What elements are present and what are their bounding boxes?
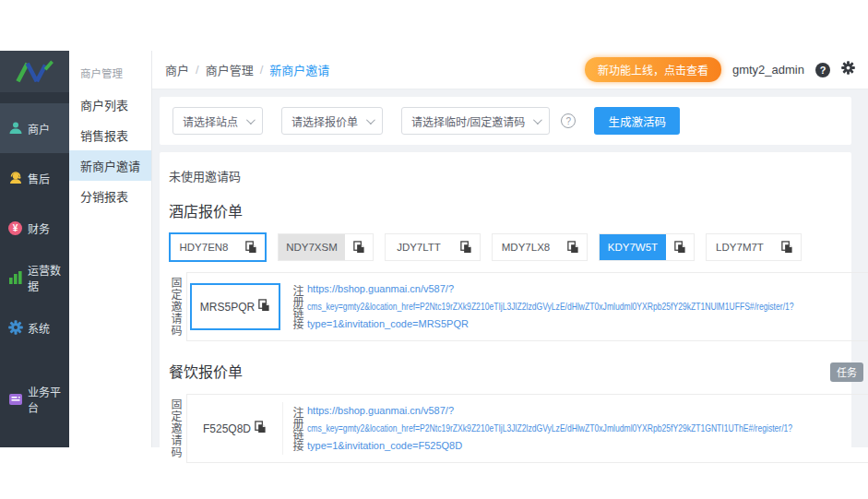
sidebar-item-label: 运营数据 xyxy=(28,262,69,293)
fixed-invite-code: MRS5PQR xyxy=(200,301,255,314)
invite-code-chip[interactable]: JDY7LTT xyxy=(385,233,481,261)
invite-code-chips: HDY7EN8 NDY7XSM JDY7LTT MDY7LX8 xyxy=(169,233,848,261)
sidebar-item-finance[interactable]: ¥ 财务 xyxy=(0,203,69,253)
invite-code-chip[interactable]: MDY7LX8 xyxy=(492,233,588,261)
fixed-code-label: 固定邀请码 xyxy=(169,398,182,458)
invite-code: LDY7M7T xyxy=(707,234,773,260)
chevron-down-icon xyxy=(366,115,375,125)
sidebar-item-system[interactable]: 系统 xyxy=(0,303,69,352)
logo[interactable] xyxy=(0,51,69,92)
finance-yen-icon: ¥ xyxy=(7,220,23,236)
business-platform-icon xyxy=(7,392,23,408)
submenu-item-sales-report[interactable]: 销售报表 xyxy=(69,120,151,150)
invite-type-select[interactable]: 请选择临时/固定邀请码 xyxy=(401,107,550,135)
fixed-code-label: 固定邀请码 xyxy=(169,277,182,337)
secondary-sidebar: 商户管理 商户列表 销售报表 新商户邀请 分销报表 xyxy=(69,51,152,447)
chevron-down-icon xyxy=(246,115,256,125)
operations-chart-icon xyxy=(7,270,23,286)
invite-code: HDY7EN8 xyxy=(171,234,237,260)
invite-code-chip[interactable]: NDY7XSM xyxy=(278,233,374,261)
sidebar-item-merchant[interactable]: 商户 xyxy=(0,103,69,153)
quote-select[interactable]: 请选择报价单 xyxy=(281,107,383,135)
invite-code-chip[interactable]: KDY7W5T xyxy=(599,233,695,261)
submenu-header: 商户管理 xyxy=(69,51,151,89)
register-link[interactable]: https://bshop.guanmai.cn/v587/? cms_key=… xyxy=(307,280,868,333)
chevron-down-icon xyxy=(533,115,542,125)
filter-help-icon[interactable]: ? xyxy=(561,113,576,128)
invitation-codes-card: 未使用邀请码 酒店报价单 HDY7EN8 NDY7XSM JDY7LTT xyxy=(160,152,851,478)
primary-sidebar: 商户 售后 ¥ 财务 运 xyxy=(0,51,69,447)
topbar: 商户 / 商户管理 / 新商户邀请 新功能上线，点击查看 gmty2_admin… xyxy=(152,51,868,89)
fixed-invite-box: F525Q8D 注册链接 https://bshop.guanmai.cn/v5… xyxy=(186,394,868,463)
copy-icon[interactable] xyxy=(452,234,480,260)
register-link-line[interactable]: https://bshop.guanmai.cn/v587/? xyxy=(307,402,868,420)
task-drawer-tag[interactable]: 任务 xyxy=(830,362,863,382)
breadcrumb-separator: / xyxy=(196,63,199,77)
submenu-item-distribution-report[interactable]: 分销报表 xyxy=(69,181,151,211)
fixed-code-box[interactable]: F525Q8D xyxy=(203,421,267,436)
new-feature-notice-badge[interactable]: 新功能上线，点击查看 xyxy=(585,57,721,82)
invite-code: KDY7W5T xyxy=(600,234,666,260)
copy-icon[interactable] xyxy=(773,234,801,260)
page: 商户 售后 ¥ 财务 运 xyxy=(0,0,868,499)
help-icon[interactable]: ? xyxy=(815,63,830,77)
register-link[interactable]: https://bshop.guanmai.cn/v587/? cms_key=… xyxy=(307,402,868,455)
sidebar-item-label: 业务平台 xyxy=(28,384,69,415)
submenu-item-new-merchant-invite[interactable]: 新商户邀请 xyxy=(69,150,151,181)
sidebar-item-label: 售后 xyxy=(28,171,50,186)
register-link-label: 注册链接 xyxy=(283,407,307,451)
register-link-line[interactable]: type=1&invitation_code=F525Q8D xyxy=(307,437,868,455)
hotel-quote-title: 酒店报价单 xyxy=(169,199,848,221)
brand-logo-icon xyxy=(14,60,56,84)
invite-code-chip[interactable]: HDY7EN8 xyxy=(169,232,267,262)
merchant-person-icon xyxy=(7,121,23,137)
fixed-invite-box: MRS5PQR 注册链接 https://bshop.guanmai.cn/v5… xyxy=(186,272,868,341)
copy-icon[interactable] xyxy=(237,234,265,260)
copy-icon[interactable] xyxy=(559,234,587,260)
sidebar-item-label: 财务 xyxy=(28,220,50,236)
catering-quote-title: 餐饮报价单 xyxy=(169,360,848,382)
site-select-value: 请选择站点 xyxy=(183,113,238,129)
breadcrumb-current-page: 新商户邀请 xyxy=(269,61,329,78)
code-cell: MRS5PQR xyxy=(187,280,283,333)
sidebar-item-label: 系统 xyxy=(28,320,50,336)
copy-icon[interactable] xyxy=(254,421,267,436)
username[interactable]: gmty2_admin xyxy=(732,63,804,77)
primary-nav: 商户 售后 ¥ 财务 运 xyxy=(0,92,69,424)
register-link-line[interactable]: https://bshop.guanmai.cn/v587/? xyxy=(307,280,868,298)
site-select[interactable]: 请选择站点 xyxy=(172,107,263,135)
sidebar-item-operations[interactable]: 运营数据 xyxy=(0,253,69,303)
app-window: 商户 售后 ¥ 财务 运 xyxy=(0,51,868,447)
system-gear-icon xyxy=(7,320,23,336)
yen-glyph: ¥ xyxy=(13,223,18,233)
generate-activation-code-button[interactable]: 生成激活码 xyxy=(594,107,680,135)
unused-codes-title: 未使用邀请码 xyxy=(169,167,848,184)
sidebar-item-aftersales[interactable]: 售后 xyxy=(0,153,69,203)
invite-code: NDY7XSM xyxy=(279,234,345,260)
selected-code-box[interactable]: MRS5PQR xyxy=(190,283,280,330)
copy-icon[interactable] xyxy=(345,234,373,260)
submenu-item-merchant-list[interactable]: 商户列表 xyxy=(69,89,151,120)
fixed-invite-code: F525Q8D xyxy=(203,422,251,435)
breadcrumb-merchant[interactable]: 商户 xyxy=(165,61,189,78)
breadcrumb-separator: / xyxy=(260,63,264,77)
invite-code: JDY7LTT xyxy=(386,234,452,260)
sidebar-item-label: 商户 xyxy=(28,121,50,137)
register-link-line[interactable]: cms_key=gmty2&location_href=P2Ntc19rZXk9… xyxy=(307,420,792,437)
settings-gear-icon[interactable] xyxy=(841,61,855,78)
invite-type-select-value: 请选择临时/固定邀请码 xyxy=(411,113,525,129)
topbar-right: 新功能上线，点击查看 gmty2_admin ? xyxy=(585,57,855,82)
help-glyph: ? xyxy=(820,65,826,76)
code-cell: F525Q8D xyxy=(187,402,283,455)
register-link-line[interactable]: cms_key=gmty2&location_href=P2Ntc19rZXk9… xyxy=(307,298,794,315)
sidebar-item-business-platform[interactable]: 业务平台 xyxy=(0,374,69,424)
breadcrumb-merchant-management[interactable]: 商户管理 xyxy=(206,61,254,78)
breadcrumb: 商户 / 商户管理 / 新商户邀请 xyxy=(165,61,329,78)
invite-code-chip[interactable]: LDY7M7T xyxy=(706,233,802,261)
copy-icon[interactable] xyxy=(666,234,694,260)
copy-icon[interactable] xyxy=(257,299,270,315)
filter-bar: 请选择站点 请选择报价单 请选择临时/固定邀请码 ? 生成激活码 xyxy=(160,97,851,145)
register-link-line[interactable]: type=1&invitation_code=MRS5PQR xyxy=(307,315,868,333)
aftersales-headset-icon xyxy=(7,171,23,186)
fixed-invite-row-catering: 固定邀请码 F525Q8D 注册链接 https://bshop.guanmai… xyxy=(169,394,848,463)
